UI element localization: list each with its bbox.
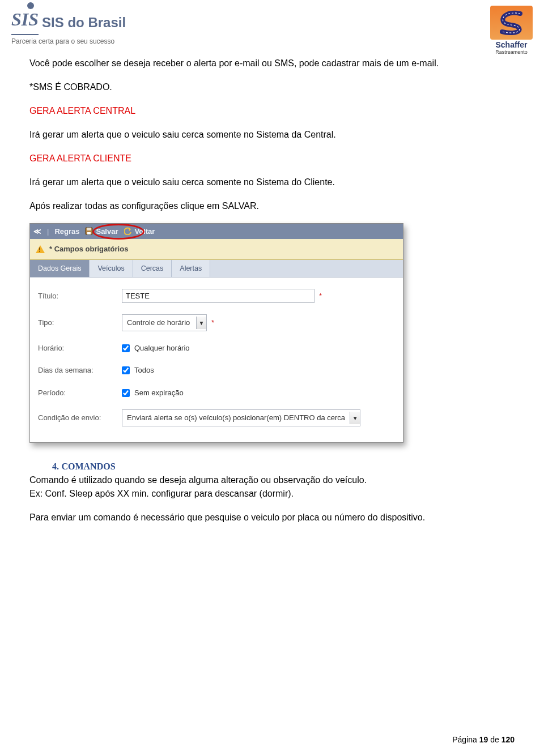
salvar-button[interactable]: Salvar — [85, 226, 118, 237]
section-4-p1: Comando é utilizado quando se deseja alg… — [29, 473, 515, 487]
periodo-check-label: Sem expiração — [134, 387, 184, 399]
condicao-label: Condição de envio: — [38, 412, 122, 424]
dias-check-label: Todos — [134, 365, 154, 376]
tabs-bar: Dados Gerais Veículos Cercas Alertas — [30, 260, 403, 278]
form-body: Título: * Tipo: Controle de horário ▼ * … — [30, 277, 403, 442]
undo-arrow-icon — [124, 227, 132, 235]
chevron-down-icon: ▼ — [196, 317, 206, 329]
heading-gera-alerta-central: GERA ALERTA CENTRAL — [29, 104, 515, 118]
section-4-heading: 4. COMANDOS — [52, 460, 515, 473]
dias-label: Dias da semana: — [38, 365, 122, 376]
periodo-label: Período: — [38, 387, 122, 399]
tipo-value: Controle de horário — [122, 315, 196, 331]
chevron-down-icon: ▼ — [350, 412, 360, 424]
schaffer-name: Schaffer — [490, 41, 533, 49]
condicao-select[interactable]: Enviará alerta se o(s) veículo(s) posici… — [122, 409, 360, 426]
condicao-value: Enviará alerta se o(s) veículo(s) posici… — [122, 410, 350, 426]
heading-gera-alerta-cliente: GERA ALERTA CLIENTE — [29, 152, 515, 165]
svg-rect-2 — [87, 232, 91, 234]
tab-alertas[interactable]: Alertas — [172, 260, 210, 277]
schaffer-sub: Rastreamento — [490, 49, 533, 57]
tipo-select[interactable]: Controle de horário ▼ — [122, 314, 207, 331]
paragraph-salvar: Após realizar todas as configurações cli… — [29, 199, 515, 213]
periodo-checkbox-input[interactable] — [122, 389, 130, 397]
dias-checkbox-input[interactable] — [122, 366, 130, 374]
toolbar: ≪ | Regras Salvar — [30, 224, 403, 240]
footer-mid: de — [488, 735, 501, 744]
voltar-button[interactable]: Voltar — [124, 226, 155, 237]
dias-checkbox[interactable]: Todos — [122, 365, 154, 376]
section-4-p2: Ex: Conf. Sleep após XX min. configurar … — [29, 487, 515, 501]
titulo-input[interactable] — [122, 289, 314, 303]
horario-label: Horário: — [38, 343, 122, 354]
titulo-label: Título: — [38, 291, 122, 302]
paragraph-cliente: Irá gerar um alerta que o veiculo saiu c… — [29, 176, 515, 189]
periodo-checkbox[interactable]: Sem expiração — [122, 387, 184, 399]
footer-total: 120 — [502, 735, 515, 744]
horario-check-label: Qualquer horário — [134, 343, 190, 354]
svg-rect-1 — [87, 228, 91, 230]
toolbar-separator: | — [47, 226, 49, 237]
page-footer: Página 19 de 120 — [452, 734, 515, 746]
logo-sis-mark: SIS — [11, 6, 39, 35]
warning-icon — [36, 245, 45, 253]
tab-dados-gerais[interactable]: Dados Gerais — [30, 260, 90, 277]
required-fields-banner: * Campos obrigatórios — [30, 239, 403, 260]
tipo-label: Tipo: — [38, 317, 122, 328]
logo-title: SIS do Brasil — [42, 12, 126, 35]
paragraph-sms-cobrado: *SMS É COBRADO. — [29, 80, 515, 94]
disk-icon — [85, 227, 93, 235]
regras-form-panel: ≪ | Regras Salvar — [29, 223, 403, 443]
toolbar-regras-label: Regras — [54, 226, 79, 237]
voltar-label: Voltar — [135, 226, 155, 237]
required-asterisk: * — [319, 291, 322, 302]
footer-page: 19 — [479, 735, 488, 744]
tab-veiculos[interactable]: Veículos — [90, 260, 133, 277]
schaffer-s-icon — [490, 6, 533, 40]
toolbar-regras[interactable]: Regras — [54, 226, 79, 237]
section-title: COMANDOS — [61, 462, 115, 471]
paragraph-central: Irá gerar um alerta que o veiculo saiu c… — [29, 128, 515, 142]
required-fields-text: * Campos obrigatórios — [49, 244, 128, 255]
paragraph-intro: Você pode escolher se deseja receber o a… — [29, 57, 515, 70]
logo-tagline: Parceria certa para o seu sucesso — [11, 36, 126, 46]
section-4-p3: Para enviar um comando é necessário que … — [29, 511, 515, 524]
required-asterisk: * — [211, 317, 214, 328]
header: SIS SIS do Brasil Parceria certa para o … — [0, 0, 544, 57]
horario-checkbox[interactable]: Qualquer horário — [122, 343, 190, 354]
section-number: 4. — [52, 462, 59, 471]
collapse-chevron-icon[interactable]: ≪ — [33, 226, 41, 237]
horario-checkbox-input[interactable] — [122, 344, 130, 352]
tab-cercas[interactable]: Cercas — [133, 260, 172, 277]
salvar-label: Salvar — [96, 226, 118, 237]
logo-sis-brasil: SIS SIS do Brasil Parceria certa para o … — [11, 6, 126, 46]
logo-schaffer: Schaffer Rastreamento — [490, 6, 533, 57]
footer-prefix: Página — [452, 735, 479, 744]
